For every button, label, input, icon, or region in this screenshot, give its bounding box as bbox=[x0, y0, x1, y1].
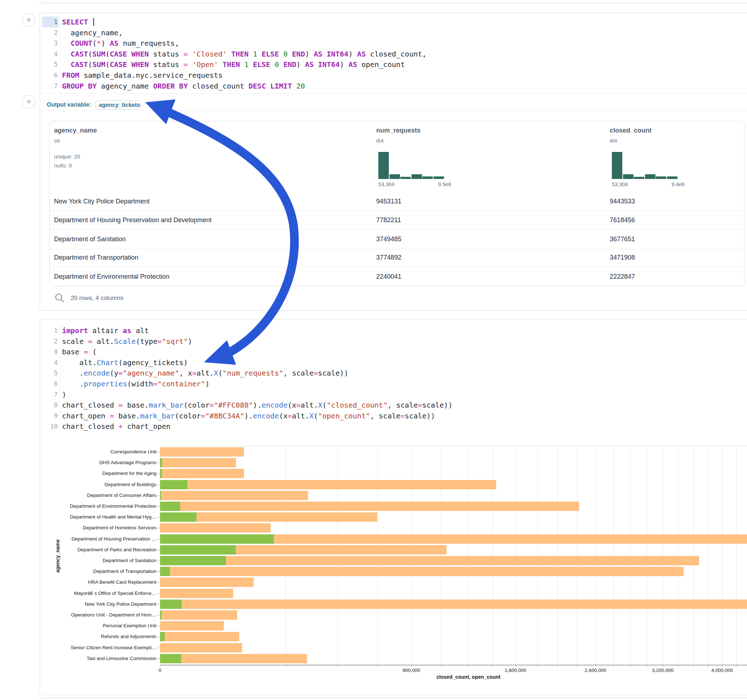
bar-closed-count bbox=[160, 621, 224, 631]
x-axis-tick bbox=[338, 665, 338, 667]
bar-open-count bbox=[160, 545, 236, 555]
bar-closed-count bbox=[160, 523, 271, 533]
x-axis-tick bbox=[537, 665, 538, 667]
y-axis-tick bbox=[157, 485, 160, 485]
y-axis-tick bbox=[157, 561, 160, 561]
y-axis-tick bbox=[157, 604, 160, 605]
gridline bbox=[678, 446, 679, 665]
gridline bbox=[558, 446, 558, 665]
y-axis-label: Department of Parks and Recreation bbox=[48, 547, 156, 552]
bar-open-count bbox=[160, 491, 161, 500]
gridline bbox=[722, 446, 723, 665]
x-axis-tick bbox=[736, 665, 736, 667]
y-axis-label: Refunds and Adjustments bbox=[48, 634, 156, 639]
gridline bbox=[708, 446, 708, 665]
gridline bbox=[411, 446, 412, 665]
gridline bbox=[663, 446, 663, 665]
x-axis-tick bbox=[630, 665, 631, 667]
y-axis-label: Department of Consumer Affairs bbox=[48, 493, 156, 498]
gridline bbox=[286, 446, 286, 665]
bar-open-count bbox=[160, 599, 181, 609]
bar-closed-count bbox=[160, 610, 237, 620]
gridline bbox=[338, 446, 338, 665]
x-axis-tick bbox=[595, 665, 596, 667]
gridline bbox=[630, 446, 631, 665]
x-axis-tick-label: 4,000,000 bbox=[711, 668, 733, 673]
y-axis-tick bbox=[157, 463, 160, 463]
x-axis-tick bbox=[693, 665, 694, 667]
bar-closed-count bbox=[160, 578, 254, 587]
y-axis-tick bbox=[157, 572, 160, 572]
gridline bbox=[493, 446, 493, 665]
y-axis-label: New York City Police Department bbox=[48, 601, 156, 607]
y-axis-label: Operations Unit - Department of Hom… bbox=[48, 612, 156, 617]
gridline bbox=[537, 446, 538, 665]
x-axis-tick bbox=[468, 665, 468, 667]
bar-open-count bbox=[160, 632, 165, 641]
y-axis-label: Department of Health and Mental Hyg… bbox=[48, 514, 156, 520]
x-axis-tick-label: 2,400,000 bbox=[584, 668, 606, 673]
y-axis-tick bbox=[157, 528, 160, 528]
y-axis-label: DHS Advantage Programs bbox=[48, 460, 156, 465]
y-axis-tick bbox=[157, 452, 160, 452]
x-axis-tick bbox=[708, 665, 708, 667]
bar-closed-count bbox=[160, 632, 239, 641]
y-axis-label: Department of Buildings bbox=[48, 482, 156, 487]
x-axis-tick bbox=[722, 665, 723, 667]
y-axis-tick bbox=[157, 550, 160, 550]
x-axis-tick bbox=[663, 665, 663, 667]
bar-open-count bbox=[160, 469, 162, 478]
x-axis-tick-label: 800,000 bbox=[402, 668, 420, 673]
y-axis-tick bbox=[157, 615, 160, 616]
y-axis-label: Department of Sanitation bbox=[48, 558, 156, 563]
bar-open-count bbox=[160, 480, 188, 489]
gridline bbox=[441, 446, 442, 665]
bar-open-count bbox=[160, 502, 180, 511]
y-axis-tick bbox=[157, 495, 160, 496]
y-axis-tick bbox=[157, 474, 160, 474]
bar-closed-count bbox=[160, 447, 244, 457]
y-axis-label: Department of Housing Preservation … bbox=[48, 536, 156, 542]
x-axis-tick bbox=[577, 665, 577, 667]
bar-closed-count bbox=[160, 654, 307, 663]
x-axis-tick-label: 3,200,000 bbox=[652, 668, 673, 673]
gridline bbox=[577, 446, 577, 665]
bar-open-count bbox=[160, 654, 181, 663]
y-axis-label: Taxi and Limousine Commission bbox=[48, 656, 156, 661]
y-axis-label: Mayorâ€ s Office of Special Enforce… bbox=[48, 591, 156, 596]
x-axis-tick bbox=[516, 665, 516, 667]
y-axis-tick bbox=[157, 637, 160, 637]
plot-top-border bbox=[160, 446, 747, 446]
y-axis-tick bbox=[157, 626, 160, 626]
x-axis-tick bbox=[613, 665, 614, 667]
x-axis-tick bbox=[493, 665, 493, 667]
bar-open-count bbox=[160, 567, 170, 576]
gridline bbox=[736, 446, 736, 665]
x-axis-tick bbox=[647, 665, 647, 667]
y-axis-tick bbox=[157, 517, 160, 517]
y-axis-label: Correspondence Unit bbox=[48, 449, 156, 454]
x-axis-tick bbox=[378, 665, 378, 667]
next-cell-edge bbox=[39, 697, 747, 700]
notebook-page: + + 1⌄SELECT2 agency_name,3 COUNT(*) AS … bbox=[0, 0, 747, 700]
bar-closed-count bbox=[160, 502, 579, 511]
x-axis-tick-label: 1,600,000 bbox=[505, 668, 526, 673]
bar-open-count bbox=[160, 556, 226, 565]
y-axis-label: HRA Benefit Card Replacement bbox=[48, 579, 156, 585]
bar-closed-count bbox=[160, 589, 233, 598]
y-axis-tick bbox=[157, 582, 160, 582]
bar-closed-count bbox=[160, 469, 244, 478]
x-axis-tick bbox=[286, 665, 286, 667]
x-axis-tick bbox=[441, 665, 442, 667]
y-axis-label: Department of Environmental Protection bbox=[48, 503, 156, 509]
y-axis-tick bbox=[157, 648, 160, 648]
gridline bbox=[693, 446, 694, 665]
bar-closed-count bbox=[160, 556, 699, 565]
y-axis-label: Department for the Aging bbox=[48, 471, 156, 476]
bar-open-count bbox=[160, 610, 162, 620]
y-axis-label: Department of Transportation bbox=[48, 569, 156, 574]
chart-y-axis-title: agency_name bbox=[55, 538, 60, 574]
bar-closed-count bbox=[160, 643, 242, 652]
x-axis-tick bbox=[411, 665, 412, 667]
altair-bar-chart: Correspondence UnitDHS Advantage Program… bbox=[0, 0, 747, 700]
